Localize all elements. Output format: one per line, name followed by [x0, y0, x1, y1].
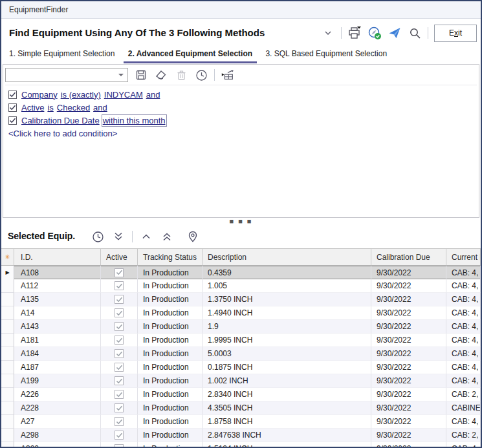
cell-current-location[interactable]: CAB: 4, SH [446, 347, 481, 361]
active-checkbox[interactable] [115, 281, 124, 290]
active-checkbox[interactable] [115, 403, 124, 412]
cell-tracking-status[interactable]: In Production [138, 388, 203, 401]
cell-tracking-status[interactable]: In Production [138, 442, 203, 447]
condition-link[interactable]: and [146, 90, 160, 100]
move-all-up-icon[interactable] [160, 229, 174, 244]
condition-link[interactable]: Company [21, 90, 58, 100]
exit-button[interactable]: Exit [434, 25, 477, 42]
cell-id[interactable]: A322 [14, 442, 101, 447]
cell-current-location[interactable]: CAB: 4, SH [446, 415, 481, 429]
cell-calibration-due[interactable]: 9/30/2022 [371, 361, 446, 374]
condition-link[interactable]: Active [21, 103, 44, 112]
cell-calibration-due[interactable]: 9/30/2022 [371, 442, 446, 447]
window-titlebar[interactable]: EquipmentFinder [1, 1, 481, 19]
print-icon[interactable] [347, 26, 362, 40]
cell-calibration-due[interactable]: 9/30/2022 [371, 279, 446, 293]
active-checkbox[interactable] [115, 268, 124, 277]
table-row[interactable]: ▶ A108 In Production 0.4359 9/30/2022 CA… [1, 266, 481, 279]
cell-id[interactable]: A199 [14, 374, 101, 388]
cell-tracking-status[interactable]: In Production [138, 401, 203, 415]
cell-current-location[interactable]: CAB: 4, SH [446, 374, 481, 388]
active-checkbox[interactable] [115, 390, 124, 399]
cell-description[interactable]: 0.4359 [203, 266, 371, 279]
save-filter-icon[interactable] [134, 68, 148, 82]
active-checkbox[interactable] [115, 417, 124, 426]
cell-current-location[interactable]: CAB: 4, SH [446, 293, 481, 306]
cell-description[interactable]: 1.9 [203, 320, 371, 334]
add-condition-link[interactable]: <Click here to add condition> [8, 127, 474, 140]
chevron-down-icon[interactable] [321, 26, 335, 40]
cell-calibration-due[interactable]: 9/30/2022 [371, 320, 446, 334]
cell-description[interactable]: 1.002 INCH [203, 374, 371, 388]
cell-description[interactable]: 1.4940 INCH [203, 306, 371, 320]
table-row[interactable]: A298 In Production 2.847638 INCH 9/30/20… [1, 429, 481, 442]
cell-description[interactable]: 1.9995 INCH [203, 334, 371, 347]
table-row[interactable]: A228 In Production 4.3505 INCH 9/30/2022… [1, 401, 481, 415]
cell-id[interactable]: A228 [14, 401, 101, 415]
cell-tracking-status[interactable]: In Production [138, 306, 203, 320]
cell-id[interactable]: A143 [14, 320, 101, 334]
cell-tracking-status[interactable]: In Production [138, 334, 203, 347]
cell-current-location[interactable]: CAB: 4, SH [446, 279, 481, 293]
cell-calibration-due[interactable]: 9/30/2022 [371, 415, 446, 429]
validate-icon[interactable] [367, 26, 382, 40]
cell-tracking-status[interactable]: In Production [138, 374, 203, 388]
cell-tracking-status[interactable]: In Production [138, 361, 203, 374]
table-row[interactable]: A226 In Production 2.8340 INCH 9/30/2022… [1, 388, 481, 401]
active-checkbox[interactable] [115, 376, 124, 385]
condition-checkbox[interactable] [8, 116, 17, 125]
table-row[interactable]: A135 In Production 1.3750 INCH 9/30/2022… [1, 293, 481, 306]
location-pin-icon[interactable] [186, 229, 200, 244]
cell-calibration-due[interactable]: 9/30/2022 [371, 293, 446, 306]
move-up-icon[interactable] [139, 229, 153, 244]
cell-id[interactable]: A112 [14, 279, 101, 293]
cell-calibration-due[interactable]: 9/30/2022 [371, 429, 446, 442]
table-row[interactable]: A143 In Production 1.9 9/30/2022 CAB: 4,… [1, 320, 481, 334]
cell-description[interactable]: 1.5124 INCH [203, 442, 371, 447]
column-header-active[interactable]: Active [101, 249, 138, 265]
cell-description[interactable]: 1.005 [203, 279, 371, 293]
condition-link[interactable]: and [93, 103, 107, 112]
cell-calibration-due[interactable]: 9/30/2022 [371, 388, 446, 401]
cell-id[interactable]: A298 [14, 429, 101, 442]
cell-current-location[interactable]: CAB: 2, SH [446, 429, 481, 442]
tab-advanced-selection[interactable]: 2. Advanced Equipment Selection [124, 49, 257, 63]
table-row[interactable]: A187 In Production 0.1875 INCH 9/30/2022… [1, 361, 481, 374]
cell-tracking-status[interactable]: In Production [138, 266, 203, 279]
cell-calibration-due[interactable]: 9/30/2022 [371, 401, 446, 415]
cell-tracking-status[interactable]: In Production [138, 347, 203, 361]
cell-current-location[interactable]: CAB: 4, SH [446, 306, 481, 320]
clear-filter-eraser-icon[interactable] [154, 68, 168, 82]
search-icon[interactable] [408, 26, 422, 40]
column-header-calibration-due[interactable]: Calibration Due [371, 249, 446, 265]
cell-id[interactable]: A108 [14, 266, 101, 279]
move-all-down-icon[interactable] [111, 229, 126, 244]
send-icon[interactable] [388, 26, 402, 40]
cell-current-location[interactable]: CAB: 4, SH [446, 320, 481, 334]
active-checkbox[interactable] [115, 349, 124, 358]
saved-filter-input[interactable] [8, 69, 114, 81]
cell-current-location[interactable]: CAB: 4, SH [446, 361, 481, 374]
cell-description[interactable]: 2.8340 INCH [203, 388, 371, 401]
table-row[interactable]: A14 In Production 1.4940 INCH 9/30/2022 … [1, 306, 481, 320]
active-checkbox[interactable] [115, 295, 124, 304]
cell-id[interactable]: A184 [14, 347, 101, 361]
table-row[interactable]: A112 In Production 1.005 9/30/2022 CAB: … [1, 279, 481, 293]
cell-description[interactable]: 1.8758 INCH [203, 415, 371, 429]
filter-history-clock-icon[interactable] [194, 68, 208, 82]
column-header-id[interactable]: I.D. [14, 249, 101, 265]
cell-current-location[interactable]: CAB: 4, SH [446, 442, 481, 447]
table-row[interactable]: A27 In Production 1.8758 INCH 9/30/2022 … [1, 415, 481, 429]
export-to-grid-icon[interactable] [221, 68, 235, 82]
cell-tracking-status[interactable]: In Production [138, 429, 203, 442]
cell-current-location[interactable]: CABINET: 4 [446, 401, 481, 415]
cell-id[interactable]: A27 [14, 415, 101, 429]
condition-checkbox[interactable] [8, 91, 17, 99]
cell-description[interactable]: 0.1875 INCH [203, 361, 371, 374]
cell-tracking-status[interactable]: In Production [138, 320, 203, 334]
column-header-current-location[interactable]: Current L [446, 249, 481, 265]
cell-calibration-due[interactable]: 9/30/2022 [371, 347, 446, 361]
cell-tracking-status[interactable]: In Production [138, 279, 203, 293]
cell-description[interactable]: 4.3505 INCH [203, 401, 371, 415]
condition-link[interactable]: is (exactly) [61, 90, 101, 100]
